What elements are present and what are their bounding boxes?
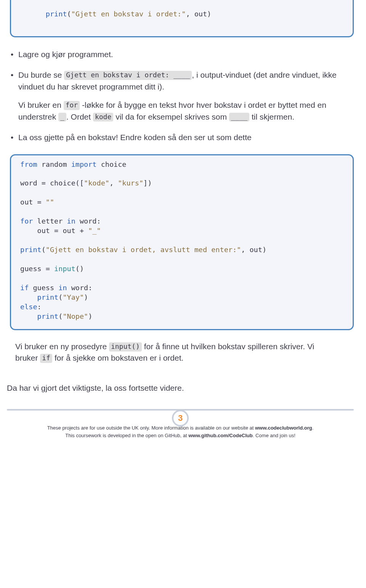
code-token: "Gjett en bokstav i ordet, avslutt med e… — [46, 246, 241, 254]
bullet-text: Lagre og kjør programmet. — [18, 50, 113, 59]
code-token: ( — [67, 10, 71, 18]
inline-code-chip: Gjett en bokstav i ordet: ____ — [64, 71, 192, 80]
code-token: "Nope" — [63, 312, 88, 320]
inline-code-chip: if — [40, 354, 52, 363]
code-token: "Yay" — [63, 293, 84, 301]
code-token: for — [20, 217, 33, 225]
bullet-text: . Ordet — [66, 112, 93, 121]
code-token: letter — [33, 217, 67, 225]
text: for å sjekke om bokstaven er i ordet. — [55, 353, 184, 362]
code-token: word = choice([ — [20, 179, 84, 187]
code-token: "kurs" — [118, 179, 143, 187]
inline-code-chip: for — [64, 101, 80, 110]
code-token: word: — [67, 284, 93, 292]
code-token: print — [37, 312, 59, 320]
code-token: ) — [88, 312, 92, 320]
code-token: out = out + — [20, 227, 88, 235]
closing-text: Da har vi gjort det viktigste, la oss fo… — [7, 382, 354, 394]
code-token: , — [109, 179, 118, 187]
inline-code-chip: kode — [93, 113, 113, 122]
code-token: ( — [42, 246, 46, 254]
code-token: if — [20, 284, 29, 292]
code-token — [20, 312, 37, 320]
code-token: "Gjett en bokstav i ordet:" — [71, 10, 186, 18]
code-token: else — [20, 303, 37, 311]
code-token: guess — [29, 284, 58, 292]
code-token: choice — [97, 160, 127, 168]
bullet-text: til skjermen. — [252, 112, 294, 121]
bullet-item: Du burde se Gjett en bokstav i ordet: __… — [18, 69, 354, 123]
code-block-1: print("Gjett en bokstav i ordet:", out) — [10, 0, 354, 37]
code-token: print — [20, 246, 42, 254]
inline-code-chip: _ — [58, 113, 66, 122]
bullet-text: Du burde se — [18, 70, 64, 79]
code-token: : — [37, 303, 42, 311]
code-token: ) — [84, 293, 88, 301]
bullet-text: Vi bruker en — [18, 101, 64, 109]
code-token: "" — [46, 198, 54, 206]
code-token: from — [20, 160, 37, 168]
code-token: word: — [75, 217, 101, 225]
footer-text: These projects are for use outside the U… — [47, 425, 255, 431]
code-token: ]) — [143, 179, 152, 187]
code-token: ( — [58, 293, 63, 301]
code-token: in — [58, 284, 67, 292]
footer-link: www.codeclubworld.org — [255, 425, 312, 431]
code-token: ( — [58, 312, 63, 320]
code-token: "kode" — [84, 179, 109, 187]
text: Vi bruker en ny prosedyre — [15, 342, 109, 351]
footer-text: . — [312, 425, 314, 431]
code-token: "_" — [88, 227, 101, 235]
inline-code-chip: ____ — [229, 113, 249, 122]
code-token: out = — [20, 198, 46, 206]
bullet-item: La oss gjette på en bokstav! Endre koden… — [18, 131, 354, 143]
code-token: print — [46, 10, 67, 18]
code-token: import — [71, 160, 97, 168]
footer-text: . Come and join us! — [253, 433, 295, 438]
code-token: guess = — [20, 265, 54, 273]
code-token: print — [37, 293, 59, 301]
code-token — [20, 293, 37, 301]
inline-code-chip: input() — [109, 342, 142, 352]
code-token: input — [54, 265, 75, 273]
paragraph-procedure: Vi bruker en ny prosedyre input() for å … — [15, 341, 354, 364]
footer-link: www.github.com/CodeClub — [188, 433, 253, 438]
code-token: () — [75, 265, 84, 273]
code-token: in — [67, 217, 75, 225]
bullet-text: La oss gjette på en bokstav! Endre koden… — [18, 133, 252, 142]
page-divider: 3 — [7, 409, 354, 411]
code-token: , out) — [241, 246, 266, 254]
bullet-text: vil da for eksempel skrives som — [116, 112, 229, 121]
bullet-list: Lagre og kjør programmet. Du burde se Gj… — [7, 48, 354, 144]
bullet-item: Lagre og kjør programmet. — [18, 48, 354, 60]
code-token: , out) — [186, 10, 211, 18]
page-number: 3 — [172, 410, 189, 427]
code-block-2: from random import choice word = choice(… — [10, 154, 354, 330]
footer-text: This coursework is developed in the open… — [65, 433, 188, 438]
code-token: random — [37, 160, 71, 168]
